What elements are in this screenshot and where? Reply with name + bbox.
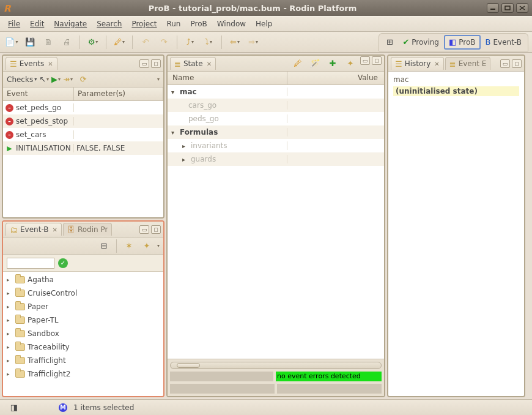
wand-button[interactable]: 🪄 xyxy=(307,56,323,71)
menu-window[interactable]: Window xyxy=(213,18,250,30)
project-row[interactable]: ▸Trafficlight xyxy=(3,354,163,367)
minimize-view-button[interactable]: ▭ xyxy=(139,59,149,68)
state-tabstrip: ≣ State ✕ 🖉 🪄 ✚ ✦ ▭ ◻ xyxy=(168,56,384,72)
project-row[interactable]: ▸Agatha xyxy=(3,273,163,286)
back-button[interactable]: ⇐ xyxy=(227,35,243,50)
chevron-right-icon[interactable]: ▸ xyxy=(7,290,13,296)
project-row[interactable]: ▸CruiseControl xyxy=(3,286,163,300)
state-row[interactable]: cars_go xyxy=(168,99,384,112)
chevron-right-icon[interactable]: ▸ xyxy=(7,304,13,310)
state-row[interactable]: ▾mac xyxy=(168,85,384,99)
state-row[interactable]: peds_go xyxy=(168,112,384,125)
perspective-eventb[interactable]: B Event-B xyxy=(482,36,525,48)
project-row[interactable]: ▸Paper-TL xyxy=(3,313,163,327)
chevron-down-icon[interactable]: ▾ xyxy=(171,129,177,136)
arrow-tool[interactable]: ↠ xyxy=(63,72,73,87)
project-row[interactable]: ▸Sandbox xyxy=(3,327,163,340)
menu-search[interactable]: Search xyxy=(92,18,126,30)
event-row[interactable]: –set_peds_stop xyxy=(3,114,163,128)
chevron-right-icon[interactable]: ▸ xyxy=(7,357,13,364)
minimize-button[interactable] xyxy=(487,3,499,13)
chevron-right-icon[interactable]: ▸ xyxy=(7,331,13,337)
chevron-right-icon[interactable]: ▸ xyxy=(7,344,13,350)
view-menu-button[interactable] xyxy=(157,239,160,253)
chevron-right-icon[interactable]: ▸ xyxy=(7,371,13,377)
tab-events[interactable]: ☰ Events ✕ xyxy=(6,57,57,70)
perspective-prob[interactable]: ◧ ProB xyxy=(444,35,481,50)
checks-menu[interactable]: Checks xyxy=(7,75,37,84)
project-row[interactable]: ▸Paper xyxy=(3,300,163,313)
undo-button[interactable]: ↶ xyxy=(138,35,153,50)
filter-input[interactable] xyxy=(7,258,54,269)
print-button[interactable]: 🖨 xyxy=(59,35,75,50)
chevron-right-icon[interactable]: ▸ xyxy=(7,277,13,283)
col-event[interactable]: Event xyxy=(3,88,74,100)
event-row[interactable]: INITIALISATIONFALSE, FALSE xyxy=(3,141,163,155)
event-row[interactable]: –set_cars xyxy=(3,128,163,141)
new-component-button[interactable]: ✦ xyxy=(139,239,155,253)
maximize-view-button[interactable]: ◻ xyxy=(151,225,161,234)
maximize-view-button[interactable]: ◻ xyxy=(151,59,161,68)
menu-file[interactable]: File xyxy=(4,18,24,30)
new-button[interactable]: 📄 xyxy=(4,35,20,50)
close-icon[interactable]: ✕ xyxy=(434,61,439,67)
forward-button[interactable]: ⇒ xyxy=(245,35,261,50)
menu-project[interactable]: Project xyxy=(127,18,161,30)
redo-button[interactable]: ↷ xyxy=(156,35,172,50)
menu-navigate[interactable]: Navigate xyxy=(50,18,91,30)
state-row[interactable]: ▾Formulas xyxy=(168,125,384,139)
add-plus-button[interactable]: ✚ xyxy=(325,56,341,71)
menu-prob[interactable]: ProB xyxy=(186,18,211,30)
play-tool[interactable]: ▶ xyxy=(51,72,61,87)
col-params[interactable]: Parameter(s) xyxy=(74,88,163,100)
menu-run[interactable]: Run xyxy=(162,18,185,30)
highlight-button[interactable]: 🖉 xyxy=(289,56,305,71)
maximize-button[interactable] xyxy=(501,3,514,13)
chevron-right-icon[interactable]: ▸ xyxy=(7,317,13,323)
close-icon[interactable]: ✕ xyxy=(207,61,212,67)
maximize-view-button[interactable]: ◻ xyxy=(512,59,522,68)
nav-button-1[interactable]: ⤴ xyxy=(182,35,198,50)
new-project-button[interactable]: ✶ xyxy=(121,239,137,253)
minimize-view-button[interactable]: ▭ xyxy=(360,56,370,65)
menu-edit[interactable]: Edit xyxy=(26,18,48,30)
close-button[interactable] xyxy=(516,3,528,13)
save-all-button[interactable]: 🗎 xyxy=(40,35,56,50)
save-button[interactable]: 💾 xyxy=(22,35,38,50)
tab-evente[interactable]: ≣ Event E xyxy=(445,57,491,70)
tab-rodin-pr[interactable]: 🗄 Rodin Pr xyxy=(63,223,112,236)
open-perspective-button[interactable]: ⊞ xyxy=(382,35,397,50)
refresh-tool[interactable]: ⟳ xyxy=(75,72,91,87)
close-icon[interactable]: ✕ xyxy=(48,61,53,67)
edit-pen-button[interactable]: 🖉 xyxy=(111,35,127,50)
view-menu[interactable] xyxy=(157,72,160,87)
tab-state[interactable]: ≣ State ✕ xyxy=(170,57,216,70)
chevron-down-icon[interactable]: ▾ xyxy=(171,89,177,95)
event-row[interactable]: –set_peds_go xyxy=(3,101,163,114)
project-row[interactable]: ▸Trafficlight2 xyxy=(3,367,163,381)
minimize-view-button[interactable]: ▭ xyxy=(139,225,149,234)
chevron-right-icon[interactable]: ▸ xyxy=(182,156,188,163)
settings-button[interactable]: ✦ xyxy=(342,56,358,71)
state-row[interactable]: ▸guards xyxy=(168,152,384,166)
col-name[interactable]: Name xyxy=(168,72,287,84)
tab-history[interactable]: ☰ History ✕ xyxy=(391,57,444,70)
history-entry[interactable]: (uninitialised state) xyxy=(393,86,519,96)
fast-view-button[interactable]: ◨ xyxy=(6,400,22,415)
run-button[interactable]: ⚙ xyxy=(85,35,101,50)
close-icon[interactable]: ✕ xyxy=(53,226,57,233)
minimize-view-button[interactable]: ▭ xyxy=(500,59,510,68)
pointer-tool[interactable]: ↖ xyxy=(39,72,49,87)
maximize-view-button[interactable]: ◻ xyxy=(372,56,382,65)
col-value[interactable]: Value xyxy=(287,72,384,84)
project-row[interactable]: ▸Traceability xyxy=(3,340,163,354)
perspective-proving[interactable]: ✔ Proving xyxy=(399,36,443,48)
horizontal-scrollbar[interactable] xyxy=(170,362,382,369)
state-row[interactable]: ▸invariants xyxy=(168,139,384,152)
nav-button-2[interactable]: ⤵ xyxy=(201,35,216,50)
chevron-right-icon[interactable]: ▸ xyxy=(182,143,188,149)
collapse-all-button[interactable]: ⊟ xyxy=(96,239,112,253)
project-label: Traceability xyxy=(28,343,70,351)
tab-eventb-explorer[interactable]: 🗂 Event-B ✕ xyxy=(6,223,62,236)
menu-help[interactable]: Help xyxy=(251,18,276,30)
